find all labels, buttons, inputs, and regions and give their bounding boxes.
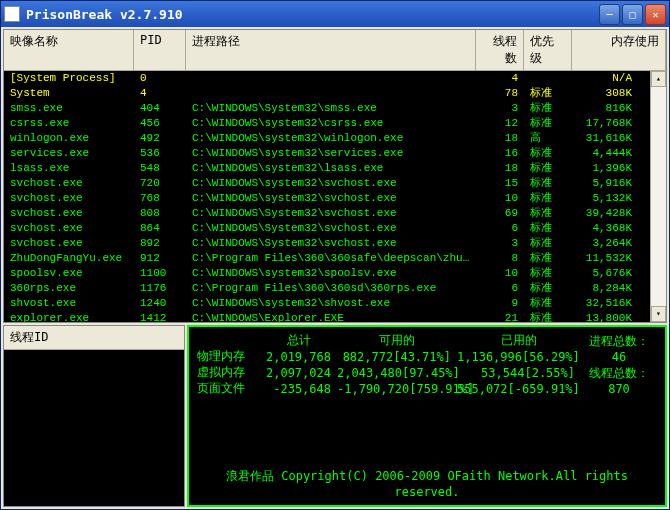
cell-c-threads: 69 (476, 206, 524, 221)
cell-c-priority: 标准 (524, 116, 572, 131)
stats-virt-avail: 2,043,480[97.45%] (337, 366, 457, 380)
cell-c-threads: 21 (476, 311, 524, 322)
cell-c-threads: 10 (476, 266, 524, 281)
process-scrollbar[interactable]: ▴ ▾ (650, 71, 666, 322)
stats-col-avail: 可用的 (337, 332, 457, 349)
process-row[interactable]: [System Process]04N/A (4, 71, 650, 86)
cell-c-mem: 816K (572, 101, 638, 116)
col-mem[interactable]: 内存使用 (572, 30, 666, 70)
cell-c-pid: 4 (134, 86, 186, 101)
cell-c-mem: 4,368K (572, 221, 638, 236)
cell-c-mem: 32,516K (572, 296, 638, 311)
cell-c-path: C:\WINDOWS\system32\lsass.exe (186, 161, 476, 176)
cell-c-threads: 15 (476, 176, 524, 191)
cell-c-name: System (4, 86, 134, 101)
maximize-button[interactable]: □ (622, 4, 643, 25)
cell-c-pid: 720 (134, 176, 186, 191)
col-name[interactable]: 映像名称 (4, 30, 134, 70)
process-row[interactable]: 360rps.exe1176C:\Program Files\360\360sd… (4, 281, 650, 296)
process-row[interactable]: svchost.exe892C:\WINDOWS\System32\svchos… (4, 236, 650, 251)
cell-c-mem: 5,916K (572, 176, 638, 191)
cell-c-mem: 8,284K (572, 281, 638, 296)
cell-c-mem: 5,676K (572, 266, 638, 281)
stats-page-total: -235,648 (261, 382, 337, 396)
scroll-track[interactable] (651, 87, 666, 306)
cell-c-threads: 78 (476, 86, 524, 101)
cell-c-threads: 18 (476, 161, 524, 176)
close-button[interactable]: ✕ (645, 4, 666, 25)
cell-c-path: C:\WINDOWS\Explorer.EXE (186, 311, 476, 322)
process-row[interactable]: shvost.exe1240C:\WINDOWS\system32\shvost… (4, 296, 650, 311)
cell-c-pid: 808 (134, 206, 186, 221)
cell-c-pid: 456 (134, 116, 186, 131)
cell-c-pid: 1412 (134, 311, 186, 322)
cell-c-path: C:\Program Files\360\360sd\360rps.exe (186, 281, 476, 296)
cell-c-name: shvost.exe (4, 296, 134, 311)
cell-c-priority: 标准 (524, 281, 572, 296)
cell-c-path: C:\WINDOWS\System32\svchost.exe (186, 236, 476, 251)
process-row[interactable]: winlogon.exe492C:\WINDOWS\system32\winlo… (4, 131, 650, 146)
process-list-body[interactable]: [System Process]04N/ASystem478标准308Ksmss… (4, 71, 650, 322)
stats-page-avail: -1,790,720[759.91%] (337, 382, 457, 396)
process-row[interactable]: explorer.exe1412C:\WINDOWS\Explorer.EXE2… (4, 311, 650, 322)
cell-c-pid: 548 (134, 161, 186, 176)
cell-c-mem: 1,396K (572, 161, 638, 176)
process-row[interactable]: svchost.exe808C:\WINDOWS\System32\svchos… (4, 206, 650, 221)
stats-right: 进程总数： 46 线程总数： 870 (581, 333, 657, 462)
cell-c-path: C:\Program Files\360\360safe\deepscan\zh… (186, 251, 476, 266)
col-threads[interactable]: 线程数 (476, 30, 524, 70)
cell-c-path (186, 86, 476, 101)
process-row[interactable]: services.exe536C:\WINDOWS\system32\servi… (4, 146, 650, 161)
cell-c-mem: 39,428K (572, 206, 638, 221)
stats-virt-total: 2,097,024 (261, 366, 337, 380)
col-priority[interactable]: 优先级 (524, 30, 572, 70)
process-row[interactable]: System478标准308K (4, 86, 650, 101)
app-window: PrisonBreak v2.7.910 ─ □ ✕ 映像名称 PID 进程路径… (0, 0, 670, 510)
cell-c-path: C:\WINDOWS\system32\shvost.exe (186, 296, 476, 311)
cell-c-pid: 768 (134, 191, 186, 206)
cell-c-mem: 4,444K (572, 146, 638, 161)
cell-c-priority: 标准 (524, 251, 572, 266)
cell-c-path: C:\WINDOWS\system32\services.exe (186, 146, 476, 161)
proc-count-value: 46 (581, 349, 657, 365)
process-row[interactable]: csrss.exe456C:\WINDOWS\system32\csrss.ex… (4, 116, 650, 131)
process-row[interactable]: svchost.exe720C:\WINDOWS\system32\svchos… (4, 176, 650, 191)
thread-body[interactable] (4, 350, 184, 506)
cell-c-priority: 高 (524, 131, 572, 146)
cell-c-path: C:\WINDOWS\System32\smss.exe (186, 101, 476, 116)
stats-col-used: 已用的 (457, 332, 581, 349)
cell-c-path: C:\WINDOWS\system32\svchost.exe (186, 191, 476, 206)
cell-c-name: svchost.exe (4, 191, 134, 206)
process-row[interactable]: svchost.exe768C:\WINDOWS\system32\svchos… (4, 191, 650, 206)
thread-header[interactable]: 线程ID (4, 326, 184, 350)
process-row[interactable]: spoolsv.exe1100C:\WINDOWS\system32\spool… (4, 266, 650, 281)
process-row[interactable]: ZhuDongFangYu.exe912C:\Program Files\360… (4, 251, 650, 266)
stats-virt-used: 53,544[2.55%] (457, 366, 581, 380)
col-pid[interactable]: PID (134, 30, 186, 70)
stats-page-used: 555,072[-659.91%] (457, 382, 581, 396)
cell-c-mem: 11,532K (572, 251, 638, 266)
thread-count-value: 870 (581, 381, 657, 397)
titlebar[interactable]: PrisonBreak v2.7.910 ─ □ ✕ (1, 1, 669, 27)
scroll-up-button[interactable]: ▴ (651, 71, 666, 87)
process-row[interactable]: svchost.exe864C:\WINDOWS\System32\svchos… (4, 221, 650, 236)
process-row[interactable]: smss.exe404C:\WINDOWS\System32\smss.exe3… (4, 101, 650, 116)
content-area: 映像名称 PID 进程路径 线程数 优先级 内存使用 [System Proce… (1, 27, 669, 509)
thread-count-label: 线程总数： (581, 365, 657, 381)
stats-row-virt-label: 虚拟内存 (197, 364, 261, 381)
process-row[interactable]: lsass.exe548C:\WINDOWS\system32\lsass.ex… (4, 161, 650, 176)
cell-c-priority: 标准 (524, 176, 572, 191)
cell-c-name: svchost.exe (4, 206, 134, 221)
minimize-button[interactable]: ─ (599, 4, 620, 25)
cell-c-name: svchost.exe (4, 176, 134, 191)
cell-c-path: C:\WINDOWS\System32\svchost.exe (186, 206, 476, 221)
cell-c-threads: 6 (476, 221, 524, 236)
cell-c-priority: 标准 (524, 101, 572, 116)
cell-c-name: services.exe (4, 146, 134, 161)
process-header-row: 映像名称 PID 进程路径 线程数 优先级 内存使用 (4, 30, 666, 71)
scroll-down-button[interactable]: ▾ (651, 306, 666, 322)
stats-grid: 总计 可用的 已用的 物理内存 2,019,768 882,772[43.71%… (197, 333, 581, 462)
cell-c-mem: N/A (572, 71, 638, 86)
col-path[interactable]: 进程路径 (186, 30, 476, 70)
cell-c-mem: 3,264K (572, 236, 638, 251)
